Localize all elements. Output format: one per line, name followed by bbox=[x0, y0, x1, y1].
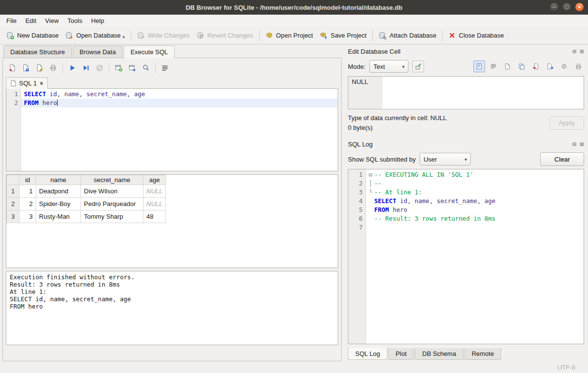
close-tab-icon[interactable]: × bbox=[40, 80, 43, 87]
attach-database-button[interactable]: Attach Database bbox=[375, 29, 440, 42]
sql-text: id, name, secret_name, age bbox=[46, 90, 145, 98]
float-panel-icon[interactable]: ⊞ bbox=[572, 48, 577, 55]
sql-editor[interactable]: 1 2 SELECT id, name, secret_name, age FR… bbox=[6, 88, 338, 171]
log-line: SELECT id, name, secret_name, age bbox=[366, 197, 584, 206]
minimize-button[interactable]: ─ bbox=[549, 2, 559, 12]
execute-current-line-icon bbox=[82, 64, 90, 72]
menu-tools[interactable]: Tools bbox=[63, 16, 86, 26]
cell-name[interactable]: Deadpond bbox=[36, 185, 81, 198]
tab-browse-data[interactable]: Browse Data bbox=[73, 45, 122, 58]
table-row: 1 1 Deadpond Dive Wilson NULL bbox=[7, 185, 166, 198]
line-number: 1 bbox=[348, 170, 363, 179]
clear-log-button[interactable]: Clear bbox=[540, 152, 584, 166]
find-replace-icon bbox=[142, 64, 150, 72]
cell-name[interactable]: Rusty-Man bbox=[36, 210, 81, 223]
execute-current-line-button[interactable] bbox=[80, 62, 92, 74]
word-wrap-button[interactable] bbox=[159, 62, 171, 74]
submitted-by-select[interactable]: User ▾ bbox=[420, 153, 471, 166]
set-null-button[interactable] bbox=[558, 61, 570, 72]
tab-execute-sql[interactable]: Execute SQL bbox=[123, 45, 175, 58]
cell-secret-name[interactable]: Pedro Parqueador bbox=[81, 198, 143, 210]
close-panel-icon[interactable]: ⊠ bbox=[580, 141, 584, 147]
column-header-id[interactable]: id bbox=[20, 175, 36, 185]
message-line: SELECT id, name, secret_name, age bbox=[10, 295, 334, 303]
open-sql-file-button[interactable] bbox=[6, 62, 19, 74]
log-line-numbers: 1 2 3 4 5 6 7 bbox=[348, 169, 366, 344]
close-window-button[interactable]: × bbox=[575, 2, 584, 12]
float-panel-icon[interactable]: ⊞ bbox=[572, 141, 577, 147]
cell-id[interactable]: 2 bbox=[20, 198, 36, 210]
maximize-button[interactable]: □ bbox=[562, 2, 571, 12]
new-database-icon bbox=[6, 32, 14, 40]
menu-help[interactable]: Help bbox=[87, 16, 109, 26]
execute-all-button[interactable] bbox=[66, 62, 79, 74]
column-header-age[interactable]: age bbox=[143, 175, 166, 185]
menu-view[interactable]: View bbox=[41, 16, 63, 26]
row-number[interactable]: 3 bbox=[7, 210, 20, 223]
close-panel-icon[interactable]: ⊠ bbox=[580, 48, 584, 55]
tab-plot[interactable]: Plot bbox=[388, 348, 414, 360]
copy-button[interactable] bbox=[516, 61, 527, 72]
new-tab-button[interactable] bbox=[112, 62, 125, 74]
cell-id[interactable]: 3 bbox=[20, 210, 36, 223]
save-project-button[interactable]: Save Project bbox=[316, 29, 370, 42]
editor-line-current: FROM hero bbox=[21, 99, 338, 107]
sql-keyword: SELECT bbox=[374, 197, 396, 205]
save-sql-file-button[interactable] bbox=[20, 62, 32, 74]
text-mode-button[interactable] bbox=[473, 61, 485, 72]
write-changes-button: Write Changes bbox=[134, 29, 193, 42]
row-number[interactable]: 1 bbox=[7, 185, 20, 198]
sql-file-tab[interactable]: SQL 1 × bbox=[6, 77, 48, 89]
save-project-label: Save Project bbox=[330, 32, 366, 39]
print-button[interactable] bbox=[47, 62, 60, 74]
cell-age[interactable]: NULL bbox=[143, 198, 166, 210]
open-database-caret-icon[interactable]: ▾ bbox=[122, 35, 125, 40]
fold-collapse-icon[interactable]: ⊟ bbox=[367, 170, 374, 179]
cell-age[interactable]: 48 bbox=[143, 210, 166, 223]
toolbar-separator bbox=[131, 30, 131, 41]
cell-info-text: Type of data currently in cell: NULL 0 b… bbox=[348, 114, 446, 131]
mode-select[interactable]: Text ▾ bbox=[369, 60, 408, 73]
tab-db-schema[interactable]: DB Schema bbox=[415, 348, 463, 360]
file-icon bbox=[504, 63, 511, 70]
close-database-button[interactable]: Close Database bbox=[445, 29, 507, 41]
cell-name[interactable]: Spider-Boy bbox=[36, 198, 81, 210]
import-cell-button[interactable] bbox=[530, 61, 542, 72]
open-in-new-tab-button[interactable] bbox=[126, 62, 139, 74]
open-project-button[interactable]: Open Project bbox=[262, 29, 317, 42]
find-replace-button[interactable] bbox=[140, 62, 152, 74]
line-number: 3 bbox=[348, 188, 363, 197]
encoding-indicator[interactable]: UTF-8 bbox=[557, 364, 575, 371]
left-panel: Database Structure Browse Data Execute S… bbox=[0, 44, 344, 361]
open-file-button[interactable] bbox=[502, 61, 513, 72]
tab-remote[interactable]: Remote bbox=[465, 348, 502, 360]
open-database-button[interactable]: Open Database ▾ bbox=[62, 29, 128, 42]
cell-editor[interactable]: NULL bbox=[348, 76, 584, 109]
row-number[interactable]: 2 bbox=[7, 198, 20, 210]
cell-secret-name[interactable]: Tommy Sharp bbox=[81, 210, 143, 223]
log-line: ⊟-- EXECUTING ALL IN 'SQL 1' bbox=[366, 170, 584, 179]
log-code-area: ⊟-- EXECUTING ALL IN 'SQL 1' │-- └-- At … bbox=[366, 169, 584, 344]
menu-file[interactable]: File bbox=[2, 16, 21, 26]
tab-database-structure[interactable]: Database Structure bbox=[3, 45, 72, 58]
cell-secret-name[interactable]: Dive Wilson bbox=[81, 185, 143, 198]
word-wrap-button[interactable] bbox=[487, 61, 499, 72]
column-header-name[interactable]: name bbox=[36, 175, 81, 185]
menu-edit[interactable]: Edit bbox=[21, 16, 41, 26]
new-database-label: New Database bbox=[17, 32, 59, 39]
cell-type-info: Type of data currently in cell: NULL bbox=[348, 114, 446, 122]
export-file-icon bbox=[547, 63, 553, 70]
sql-log-view[interactable]: 1 2 3 4 5 6 7 ⊟-- EXECUTING ALL IN 'SQL … bbox=[348, 169, 584, 344]
import-data-button[interactable] bbox=[412, 61, 424, 72]
tab-sql-log[interactable]: SQL Log bbox=[348, 348, 387, 360]
column-header-secret-name[interactable]: secret_name bbox=[81, 175, 143, 185]
cell-age[interactable]: NULL bbox=[143, 185, 166, 198]
print-cell-button[interactable] bbox=[572, 61, 584, 72]
execution-message-box[interactable]: Execution finished without errors. Resul… bbox=[6, 271, 338, 345]
execute-all-icon bbox=[68, 64, 76, 72]
export-cell-button[interactable] bbox=[544, 61, 556, 72]
cell-id[interactable]: 1 bbox=[20, 185, 36, 198]
new-database-button[interactable]: New Database bbox=[3, 29, 62, 42]
revert-changes-button: Revert Changes bbox=[193, 29, 257, 42]
save-sql-file-as-button[interactable] bbox=[33, 62, 46, 74]
